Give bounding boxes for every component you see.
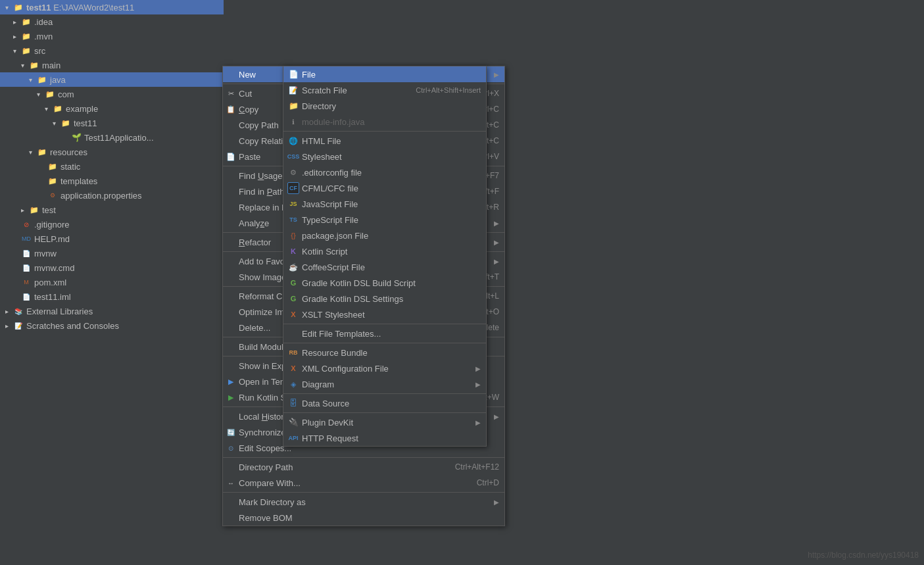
submenu-item-resourcebundle[interactable]: RB Resource Bundle (283, 345, 486, 360)
datasource-icon: 🗄 (287, 397, 299, 409)
folder-icon: 📁 (13, 2, 24, 12)
tree-item-test11iml[interactable]: 📄 test11.iml (0, 289, 224, 304)
submenu-item-plugindevkit[interactable]: 🔌 Plugin DevKit ▶ (283, 414, 486, 430)
paste-icon: 📄 (226, 151, 236, 162)
gradle-icon: G (287, 277, 299, 289)
directorypath-icon (226, 462, 236, 472)
tree-item-test[interactable]: ▸ 📁 test (0, 203, 224, 217)
submenu-item-httprequest[interactable]: API HTTP Request (283, 430, 486, 446)
resourcebundle-icon: RB (287, 347, 299, 358)
editscopes-icon: ⊙ (226, 443, 236, 453)
submenu-item-javascriptfile[interactable]: JS JavaScript File (283, 196, 486, 212)
properties-icon: ⚙ (47, 190, 58, 201)
plugindevkit-icon: 🔌 (287, 416, 299, 428)
scratch-icon: 📝 (13, 320, 24, 331)
submenu-item-cfmlfile[interactable]: CF CFML/CFC file (283, 180, 486, 196)
module-info-icon: ℹ (287, 116, 299, 128)
submenu-item-gradlekotlindsl[interactable]: G Gradle Kotlin DSL Build Script (283, 275, 486, 291)
tree-item-extlibs[interactable]: ▸ 📚 External Libraries (0, 304, 224, 318)
md-icon: MD (21, 233, 32, 244)
submenu-item-htmlfile[interactable]: 🌐 HTML File (283, 133, 486, 149)
tree-item-main[interactable]: ▾ 📁 main (0, 58, 224, 72)
tree-item-mvn[interactable]: ▸ 📁 .mvn (0, 29, 224, 43)
submenu-item-file[interactable]: 📄 File (283, 66, 486, 82)
copyrelpath-icon (226, 135, 236, 146)
findinpath-icon (226, 186, 236, 197)
tree-item-mvnw[interactable]: 📄 mvnw (0, 246, 224, 260)
tree-item-gitignore[interactable]: ⊘ .gitignore (0, 217, 224, 232)
menu-item-comparewith[interactable]: ↔ Compare With... Ctrl+D (223, 475, 504, 491)
submenu-item-stylesheet[interactable]: CSS Stylesheet (283, 149, 486, 164)
copypath-icon (226, 120, 236, 130)
tree-item-example[interactable]: ▾ 📁 example (0, 101, 224, 116)
submenu-item-xmlconfigfile[interactable]: X XML Configuration File ▶ (283, 360, 486, 376)
submenu-item-moduleinfojava[interactable]: ℹ module-info.java (283, 114, 486, 130)
ts-icon: TS (287, 214, 299, 226)
tree-item-resources[interactable]: ▾ 📁 resources (0, 145, 224, 159)
runkotlinscratch-icon: ▶ (226, 392, 236, 403)
submenu-item-packagejson[interactable]: {} package.json File (283, 228, 486, 243)
tree-item-application-properties[interactable]: ⚙ application.properties (0, 188, 224, 203)
folder-icon: 📁 (21, 16, 32, 27)
openinterminal-icon: ▶ (226, 376, 236, 387)
submenu-item-gradlekotlindslsettings[interactable]: G Gradle Kotlin DSL Settings (283, 291, 486, 307)
cfml-icon: CF (287, 182, 299, 194)
submenu-item-scratchfile[interactable]: 📝 Scratch File Ctrl+Alt+Shift+Insert (283, 82, 486, 98)
submenu-item-datasource[interactable]: 🗄 Data Source (283, 395, 486, 411)
spring-icon: 🌱 (71, 132, 82, 143)
submenu-item-editfiletemplates[interactable]: Edit File Templates... (283, 326, 486, 341)
submenu-item-diagram[interactable]: ◈ Diagram ▶ (283, 376, 486, 392)
source-folder-icon: 📁 (37, 74, 47, 85)
file-icon: 📄 (21, 262, 32, 273)
submenu-item-kotlinscript[interactable]: K Kotlin Script (283, 243, 486, 259)
submenu-item-typescriptfile[interactable]: TS TypeScript File (283, 212, 486, 228)
httprequest-icon: API (287, 432, 299, 444)
folder-icon: 📁 (21, 31, 32, 41)
file-icon: 📄 (21, 248, 32, 258)
submenu-item-coffeescriptfile[interactable]: ☕ CoffeeScript File (283, 259, 486, 275)
watermark: https://blog.csdn.net/yys190418 (808, 551, 919, 560)
tree-item-test11-pkg[interactable]: ▾ 📁 test11 (0, 116, 224, 130)
markdiras-icon (226, 497, 236, 507)
folder-icon: 📁 (53, 103, 63, 114)
packagejson-icon: {} (287, 230, 299, 241)
tree-item-src[interactable]: ▾ 📁 src (0, 43, 224, 58)
localhistory-icon (226, 411, 236, 422)
refactor-icon (226, 237, 236, 247)
lib-icon: 📚 (13, 306, 24, 316)
tree-item-mvnwcmd[interactable]: 📄 mvnw.cmd (0, 260, 224, 275)
optimizeimports-icon (226, 307, 236, 317)
separator (283, 343, 486, 343)
js-icon: JS (287, 198, 299, 210)
submenu-item-editorconfigfile[interactable]: ⚙ .editorconfig file (283, 164, 486, 180)
file-tree: ▾ 📁 test11 E:\JAVAWord2\test11 ▸ 📁 .idea… (0, 0, 224, 565)
tree-item-java[interactable]: ▾ 📁 java (0, 72, 224, 87)
tree-item-com[interactable]: ▾ 📁 com (0, 87, 224, 101)
tree-item-test11application[interactable]: 🌱 Test11Applicatio... (0, 130, 224, 145)
tree-item-helpmd[interactable]: MD HELP.md (0, 232, 224, 246)
tree-item-scratches[interactable]: ▸ 📝 Scratches and Consoles (0, 318, 224, 333)
submenu-item-directory[interactable]: 📁 Directory (283, 98, 486, 114)
tree-item-pomxml[interactable]: M pom.xml (0, 275, 224, 289)
menu-item-removebom[interactable]: Remove BOM (223, 510, 504, 526)
xml-icon: X (287, 362, 299, 374)
file-icon: 📄 (287, 68, 299, 80)
addtofav-icon (226, 256, 236, 266)
tree-item-idea[interactable]: ▸ 📁 .idea (0, 14, 224, 29)
analyze-icon (226, 218, 236, 228)
tree-item-templates[interactable]: 📁 templates (0, 174, 224, 188)
tree-item-test11[interactable]: ▾ 📁 test11 E:\JAVAWord2\test11 (0, 0, 224, 14)
tree-item-static[interactable]: 📁 static (0, 159, 224, 174)
copy-icon: 📋 (226, 104, 236, 114)
replaceinpath-icon (226, 202, 236, 212)
submenu-new: 📄 File 📝 Scratch File Ctrl+Alt+Shift+Ins… (283, 66, 487, 447)
iml-icon: 📄 (21, 291, 32, 302)
menu-item-markdiras[interactable]: Mark Directory as ▶ (223, 494, 504, 510)
findusages-icon (226, 170, 236, 181)
menu-item-directorypath[interactable]: Directory Path Ctrl+Alt+F12 (223, 459, 504, 475)
cut-icon: ✂ (226, 88, 236, 99)
maven-icon: M (21, 277, 32, 287)
submenu-item-xsltstylesheet[interactable]: X XSLT Stylesheet (283, 307, 486, 322)
gitignore-icon: ⊘ (21, 219, 32, 230)
editfiletemplates-icon (287, 328, 299, 339)
